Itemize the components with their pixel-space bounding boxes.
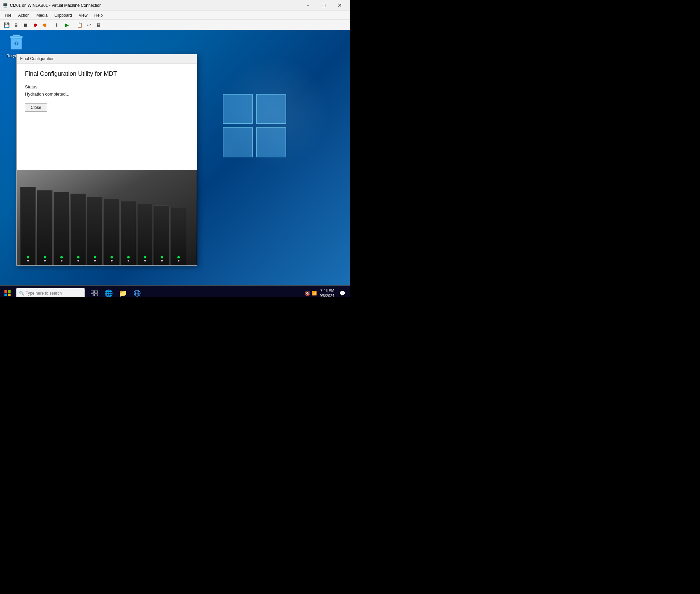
svg-rect-14	[91, 294, 94, 296]
toolbar-clipboard[interactable]: 📋	[75, 21, 84, 29]
menu-view[interactable]: View	[75, 12, 91, 18]
server-light-11	[111, 256, 113, 258]
server-light-2	[27, 260, 29, 261]
server-rack-4	[70, 194, 86, 265]
server-rack-7	[120, 201, 136, 265]
svg-rect-11	[8, 294, 11, 296]
toolbar-divider-1	[51, 22, 51, 28]
svg-text:♻: ♻	[14, 41, 19, 46]
server-light-17	[161, 256, 163, 258]
server-light-4	[44, 260, 46, 261]
dialog-status-value: Hydration completed...	[25, 91, 189, 97]
taskbar: 🔍 🌐 📁 🔇 📶 7:46	[0, 285, 350, 297]
server-light-9	[94, 256, 96, 258]
notification-button[interactable]: 💬	[337, 286, 347, 297]
server-rack-5	[87, 197, 103, 265]
toolbar: 💾 🖥 ⏹ ⏺ ⏺ ⏸ ▶ 📋 ↩ 🖥	[0, 20, 350, 30]
title-bar: 🖥️ CM01 on WINLAB01 - Virtual Machine Co…	[0, 0, 350, 11]
server-rack-3	[54, 192, 69, 265]
servers-image	[17, 170, 197, 265]
windows-logo	[220, 91, 289, 160]
toolbar-pause[interactable]: ⏸	[53, 21, 62, 29]
date-display: 9/6/2024	[320, 293, 334, 297]
clock: 7:46 PM 9/6/2024	[320, 288, 334, 297]
server-light-10	[94, 260, 96, 261]
server-rack-6	[104, 199, 119, 265]
minimize-button[interactable]: −	[300, 0, 316, 11]
start-button[interactable]	[0, 286, 15, 297]
server-light-6	[61, 260, 62, 261]
vm-desktop[interactable]: ♻ Recycle Bin Final Configuration Final …	[0, 30, 350, 285]
vm-icon: 🖥️	[3, 3, 8, 8]
svg-rect-6	[13, 35, 20, 37]
menu-clipboard[interactable]: Clipboard	[51, 12, 75, 18]
menu-action[interactable]: Action	[15, 12, 33, 18]
svg-rect-3	[257, 128, 286, 157]
taskbar-task-view[interactable]	[87, 286, 101, 297]
svg-rect-0	[223, 94, 252, 124]
toolbar-vm[interactable]: 🖥	[94, 21, 103, 29]
taskbar-apps: 🌐 📁	[87, 286, 144, 297]
tray-icons: 🔇 📶	[305, 291, 317, 296]
taskbar-edge[interactable]: 🌐	[102, 286, 115, 297]
server-light-20	[178, 260, 179, 261]
dialog-window: Final Configuration Final Configuration …	[16, 54, 197, 266]
search-icon: 🔍	[19, 291, 24, 296]
toolbar-screen[interactable]: 🖥	[12, 21, 20, 29]
svg-rect-12	[91, 291, 94, 293]
server-rack-2	[37, 190, 53, 265]
network-tray-icon[interactable]: 📶	[312, 291, 317, 296]
taskbar-files[interactable]: 📁	[116, 286, 130, 297]
search-bar[interactable]: 🔍	[16, 288, 85, 297]
server-rack-1	[20, 187, 36, 265]
server-light-8	[77, 260, 79, 261]
menu-media[interactable]: Media	[33, 12, 51, 18]
close-button[interactable]: ✕	[332, 0, 347, 11]
server-rack-8	[137, 204, 153, 265]
server-rack-10	[171, 208, 186, 265]
menu-bar: File Action Media Clipboard View Help	[0, 11, 350, 20]
server-light-14	[128, 260, 129, 261]
server-light-3	[44, 256, 46, 258]
svg-rect-1	[257, 94, 286, 124]
svg-rect-10	[4, 294, 7, 296]
svg-rect-2	[223, 128, 252, 157]
dialog-heading: Final Configuration Utility for MDT	[25, 70, 189, 77]
taskbar-network[interactable]	[130, 286, 144, 297]
dialog-close-button[interactable]: Close	[25, 103, 47, 112]
title-bar-left: 🖥️ CM01 on WINLAB01 - Virtual Machine Co…	[3, 3, 102, 8]
svg-rect-13	[94, 291, 98, 293]
toolbar-save[interactable]: 💾	[2, 21, 11, 29]
system-tray: 🔇 📶 7:46 PM 9/6/2024 💬	[305, 286, 350, 297]
menu-help[interactable]: Help	[91, 12, 106, 18]
server-light-13	[127, 256, 130, 258]
svg-rect-8	[4, 290, 7, 293]
dialog-status-label: Status:	[25, 84, 189, 89]
toolbar-record-orange[interactable]: ⏺	[40, 21, 49, 29]
toolbar-record-red[interactable]: ⏺	[31, 21, 40, 29]
time-display: 7:46 PM	[320, 288, 334, 293]
title-bar-controls[interactable]: − □ ✕	[300, 0, 347, 11]
server-light-15	[144, 256, 146, 258]
toolbar-divider-2	[73, 22, 73, 28]
svg-rect-15	[94, 294, 98, 296]
server-light-19	[177, 256, 180, 258]
maximize-button[interactable]: □	[316, 0, 332, 11]
server-light-16	[144, 260, 146, 261]
toolbar-undo[interactable]: ↩	[85, 21, 93, 29]
title-bar-title: CM01 on WINLAB01 - Virtual Machine Conne…	[10, 3, 102, 8]
server-light-5	[60, 256, 63, 258]
server-light-12	[111, 260, 113, 261]
toolbar-play[interactable]: ▶	[62, 21, 71, 29]
recycle-bin-icon: ♻	[9, 33, 24, 53]
server-light-1	[27, 256, 29, 258]
volume-icon[interactable]: 🔇	[305, 291, 310, 296]
server-light-7	[77, 256, 79, 258]
search-input[interactable]	[26, 291, 77, 296]
menu-file[interactable]: File	[1, 12, 15, 18]
server-rack-9	[154, 206, 170, 265]
toolbar-stop[interactable]: ⏹	[21, 21, 30, 29]
dialog-titlebar: Final Configuration	[17, 54, 197, 63]
server-light-18	[161, 260, 163, 261]
svg-rect-9	[8, 290, 11, 293]
